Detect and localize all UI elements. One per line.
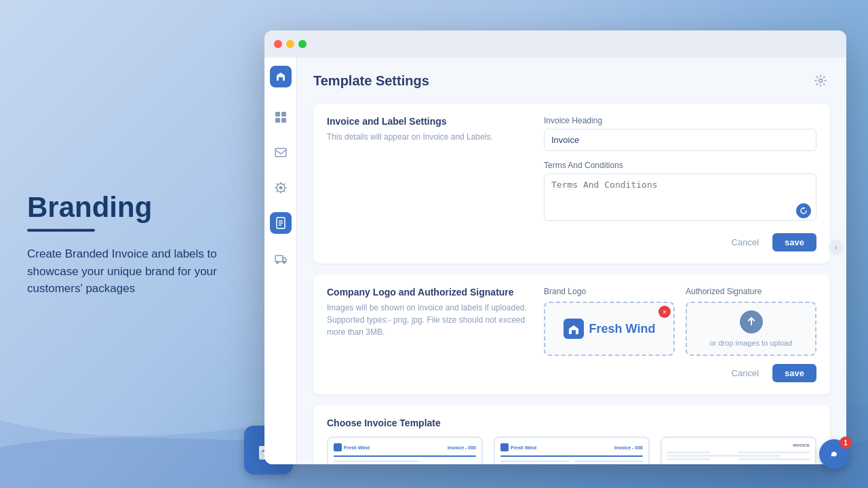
logo-btn-row: Cancel save [544,364,816,382]
company-logo-section: Company Logo and Authorized Signature Im… [313,274,830,394]
brand-icon-svg [567,322,580,336]
svg-rect-21 [572,330,576,334]
settings-button[interactable] [811,71,830,90]
invoice-heading-group: Invoice Heading [544,116,816,151]
sidebar-item-shipping[interactable] [270,247,292,269]
invoice-section-inner: Invoice and Label Settings This details … [327,116,816,251]
svg-rect-7 [275,118,280,123]
remove-logo-button[interactable]: × [658,306,671,318]
svg-rect-9 [275,148,286,157]
logo-section-inner: Company Logo and Authorized Signature Im… [327,287,816,382]
invoice-heading-input[interactable] [544,129,816,151]
traffic-lights [274,40,307,48]
title-bar [264,30,846,58]
svg-rect-8 [281,118,286,123]
arrow-up-icon [746,317,757,327]
logo-section-right: Brand Logo [544,287,816,382]
terms-group: Terms And Conditions [544,161,816,224]
template-preview-3: INVOICE [662,438,815,464]
auth-sig-label: Authorized Signature [686,287,816,296]
sidebar-item-email[interactable] [270,142,292,163]
left-panel: Branding Create Branded Invoice and labe… [27,191,244,298]
refresh-button[interactable] [796,203,811,218]
svg-point-20 [819,79,823,83]
refresh-icon [800,207,808,215]
templates-grid: Fresh Wind Invoice - 000 Delivery Addres… [327,436,816,464]
invoice-section-right: Invoice Heading Terms And Conditions [544,116,816,251]
sidebar-item-dashboard[interactable] [270,106,292,128]
invoice-template-section: Choose Invoice Template Fresh Wind [313,405,830,464]
terms-textarea-wrap [544,174,816,224]
brand-logo-label: Brand Logo [544,287,675,296]
heading-underline [27,229,95,232]
brand-name-text: Fresh Wind [589,322,656,336]
svg-point-12 [279,186,282,189]
page-header: Template Settings [313,71,830,90]
terms-label: Terms And Conditions [544,161,816,170]
svg-rect-6 [281,112,286,117]
invoice-section-title: Invoice and Label Settings [327,116,530,127]
sidebar [264,58,297,464]
template-preview-1: Fresh Wind Invoice - 000 Delivery Addres… [328,438,481,464]
chat-icon [827,447,842,462]
window-body: Template Settings Invoice and Label Sett… [264,58,846,464]
sidebar-item-document[interactable] [270,212,292,234]
page-title: Template Settings [313,73,429,89]
brand-logo-box: Brand Logo [544,287,675,356]
template-card-2[interactable]: Fresh Wind Invoice - 000 [494,436,650,464]
brand-logo-upload-area[interactable]: Fresh Wind × [544,302,675,356]
gear-icon [275,182,287,194]
invoice-save-button[interactable]: save [772,233,816,251]
logo-save-button[interactable]: save [772,364,816,382]
minimize-button[interactable] [286,40,294,48]
sidebar-item-settings[interactable] [270,177,292,199]
page-description: Create Branded Invoice and labels to sho… [27,245,244,298]
maximize-button[interactable] [298,40,307,48]
main-content: Template Settings Invoice and Label Sett… [297,58,846,464]
page-heading: Branding [27,191,244,224]
template-section-title: Choose Invoice Template [327,418,816,428]
main-window: Template Settings Invoice and Label Sett… [264,30,846,464]
svg-rect-4 [279,77,283,81]
chat-badge: 1 [840,436,852,449]
svg-point-19 [283,262,285,264]
logo-section-desc: Images will be shown on invoice and labe… [327,302,530,338]
auth-sig-box: Authorized Signature or drop images to u… [686,287,816,356]
document-icon [275,217,287,229]
brand-icon [564,319,584,339]
sig-upload-area[interactable]: or drop images to upload [686,302,816,356]
mail-icon [275,146,287,159]
brand-logo-display: Fresh Wind [564,319,656,339]
invoice-heading-label: Invoice Heading [544,116,816,125]
close-button[interactable] [274,40,282,48]
invoice-section-left: Invoice and Label Settings This details … [327,116,530,251]
logo-section-title: Company Logo and Authorized Signature [327,287,530,298]
terms-textarea[interactable] [544,174,816,221]
logo-icon [274,70,288,83]
logo-cancel-button[interactable]: Cancel [724,364,767,382]
svg-rect-17 [275,256,283,262]
truck-icon [275,252,287,264]
logo-sig-container: Brand Logo [544,287,816,356]
invoice-cancel-button[interactable]: Cancel [724,233,767,251]
sidebar-toggle-arrow[interactable]: › [829,240,844,255]
logo-section-left: Company Logo and Authorized Signature Im… [327,287,530,382]
upload-text: or drop images to upload [710,339,793,347]
chat-widget[interactable]: 1 [819,439,849,469]
grid-icon [275,111,287,123]
invoice-btn-row: Cancel save [544,233,816,251]
invoice-label-section: Invoice and Label Settings This details … [313,104,830,264]
template-preview-2: Fresh Wind Invoice - 000 [495,438,648,464]
upload-arrow-icon [740,310,763,333]
svg-point-18 [276,262,278,264]
svg-rect-5 [275,112,280,117]
template-card-3[interactable]: INVOICE [660,436,816,464]
invoice-section-desc: This details will appear on Invoice and … [327,131,530,143]
template-card-1[interactable]: Fresh Wind Invoice - 000 Delivery Addres… [327,436,483,464]
settings-icon [814,75,827,87]
sidebar-logo[interactable] [270,66,292,87]
templates-container: Fresh Wind Invoice - 000 Delivery Addres… [327,436,816,464]
